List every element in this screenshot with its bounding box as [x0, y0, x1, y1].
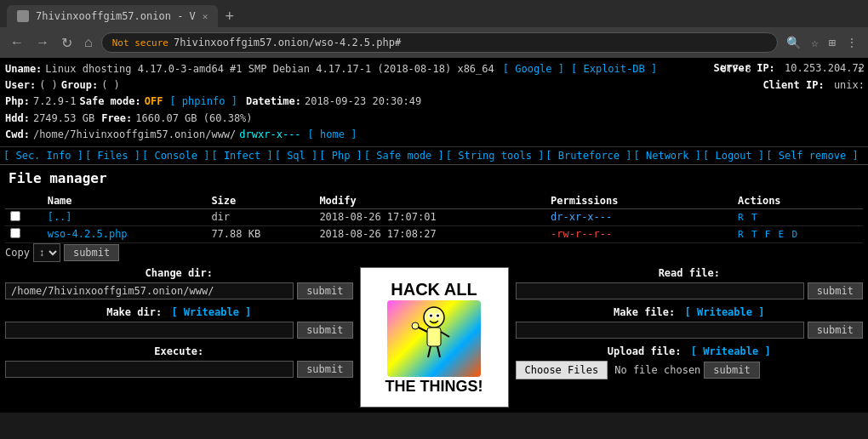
- copy-select[interactable]: ↕: [33, 243, 60, 262]
- nav-console[interactable]: [ Console ]: [142, 150, 209, 162]
- user-label: User:: [5, 77, 36, 94]
- choose-files-button[interactable]: Choose Files: [516, 361, 608, 379]
- read-file-input[interactable]: [516, 282, 804, 299]
- copy-submit-button[interactable]: submit: [64, 244, 119, 261]
- make-file-input[interactable]: [516, 322, 804, 339]
- nav-infect[interactable]: [ Infect ]: [211, 150, 272, 162]
- execute-title: Execute:: [5, 345, 353, 357]
- tab-bar: 7hivinxooffgim57.onion - V ✕ +: [0, 0, 868, 27]
- uname-label: Uname:: [5, 61, 42, 77]
- bottom-section: Change dir: submit Make dir: [ Writeable…: [5, 267, 863, 408]
- file-actions-2: R T F E D: [733, 225, 863, 242]
- execute-submit[interactable]: submit: [297, 361, 352, 378]
- action-r-2[interactable]: R: [738, 229, 744, 240]
- cwd-home-link[interactable]: [ home ]: [308, 127, 357, 143]
- php-label: Php:: [5, 94, 30, 110]
- action-r-1[interactable]: R: [738, 212, 744, 223]
- free-label: Free:: [101, 111, 132, 127]
- user-val: ( ): [39, 77, 58, 94]
- nav-safe-mode[interactable]: [ Safe mode ]: [364, 150, 444, 162]
- make-dir-row: submit: [5, 322, 353, 339]
- reload-button[interactable]: ↻: [58, 33, 76, 53]
- action-f-2[interactable]: F: [765, 229, 771, 240]
- back-button[interactable]: ←: [7, 33, 27, 52]
- phpinfo-link[interactable]: [ phpinfo ]: [169, 94, 237, 110]
- meme-top-text: HACK ALL: [391, 280, 477, 299]
- nav-bruteforce[interactable]: [ Bruteforce ]: [545, 150, 631, 162]
- file-manager: File manager Name Size Modify Permission…: [0, 165, 868, 413]
- nav-self-remove[interactable]: [ Self remove ]: [766, 150, 858, 162]
- nav-network[interactable]: [ Network ]: [634, 150, 701, 162]
- bookmark-icon[interactable]: ☆: [808, 34, 821, 51]
- exploitdb-link[interactable]: [ Exploit-DB ]: [571, 61, 657, 77]
- upload-file-row: Choose Files No file chosen submit: [516, 361, 864, 379]
- col-name: Name: [43, 193, 207, 209]
- row-checkbox-1[interactable]: [10, 211, 20, 221]
- nav-files[interactable]: [ Files ]: [85, 150, 140, 162]
- cwd-row: Cwd: /home/7hivinxooffgim57.onion/www/ d…: [5, 127, 863, 143]
- nav-sql[interactable]: [ Sql ]: [275, 150, 318, 162]
- execute-input[interactable]: [5, 361, 294, 378]
- nav-php[interactable]: [ Php ]: [319, 150, 363, 162]
- change-dir-submit[interactable]: submit: [297, 282, 352, 299]
- copy-label: Copy: [5, 247, 30, 259]
- svg-point-5: [437, 314, 439, 316]
- extensions-icon[interactable]: ⊞: [825, 34, 839, 51]
- make-file-row: submit: [516, 322, 864, 339]
- server-ip-val: 10.253.204.72: [785, 62, 865, 74]
- nav-logout[interactable]: [ Logout ]: [703, 150, 764, 162]
- new-tab-button[interactable]: +: [218, 8, 241, 26]
- make-dir-submit[interactable]: submit: [297, 322, 352, 339]
- svg-line-11: [437, 346, 440, 357]
- file-link-wso[interactable]: wso-4.2.5.php: [48, 228, 128, 240]
- read-file-submit[interactable]: submit: [808, 282, 863, 299]
- execute-row: submit: [5, 361, 353, 378]
- google-link[interactable]: [ Google ]: [503, 61, 564, 77]
- svg-point-4: [430, 314, 432, 316]
- make-file-submit[interactable]: submit: [808, 322, 863, 339]
- nav-sec-info[interactable]: [ Sec. Info ]: [3, 150, 83, 162]
- free-val: 1660.07 GB (60.38%): [135, 111, 252, 127]
- read-file-section: Read file: submit: [516, 267, 864, 299]
- read-file-title: Read file:: [516, 267, 864, 279]
- svg-rect-6: [427, 328, 441, 346]
- action-t-2[interactable]: T: [751, 229, 757, 240]
- file-link-dotdot[interactable]: [..]: [48, 211, 72, 223]
- server-ip-row: Server IP: 10.253.204.72: [714, 60, 865, 77]
- copy-row: Copy ↕ submit: [5, 243, 863, 262]
- menu-icon[interactable]: ⋮: [842, 34, 861, 51]
- left-forms: Change dir: submit Make dir: [ Writeable…: [5, 267, 353, 385]
- row-checkbox-2[interactable]: [10, 228, 20, 238]
- forward-button[interactable]: →: [32, 33, 53, 52]
- client-ip-label: Client IP:: [762, 79, 824, 91]
- action-t-1[interactable]: T: [751, 212, 757, 223]
- svg-point-8: [412, 322, 419, 329]
- nav-string-tools[interactable]: [ String tools ]: [446, 150, 545, 162]
- make-dir-writeable[interactable]: [ Writeable ]: [171, 306, 251, 318]
- file-actions-1: R T: [733, 208, 863, 225]
- upload-file-writeable[interactable]: [ Writeable ]: [691, 345, 771, 357]
- home-button[interactable]: ⌂: [81, 33, 96, 52]
- action-e-2[interactable]: E: [779, 229, 785, 240]
- server-ip-label: Server IP:: [714, 62, 775, 74]
- change-dir-input[interactable]: [5, 282, 294, 299]
- php-row: Php: 7.2.9-1 Safe mode: OFF [ phpinfo ] …: [5, 94, 863, 110]
- make-file-writeable[interactable]: [ Writeable ]: [685, 306, 765, 318]
- action-d-2[interactable]: D: [791, 229, 797, 240]
- hdd-val: 2749.53 GB: [33, 111, 94, 127]
- meme-svg: [400, 305, 468, 373]
- url-display: 7hivinxooffgim57.onion/wso-4.2.5.php#: [174, 37, 401, 48]
- address-bar[interactable]: Not secure 7hivinxooffgim57.onion/wso-4.…: [101, 32, 778, 53]
- file-perms-2: -rw-r--r--: [545, 225, 733, 242]
- tab-close-button[interactable]: ✕: [203, 11, 208, 22]
- file-perms-1: dr-xr-x---: [545, 208, 733, 225]
- meme-image: HACK ALL: [360, 267, 509, 408]
- change-dir-section: Change dir: submit: [5, 267, 353, 299]
- make-dir-input[interactable]: [5, 322, 294, 339]
- upload-file-submit[interactable]: submit: [704, 362, 759, 379]
- search-icon[interactable]: 🔍: [783, 34, 804, 51]
- col-size: Size: [206, 193, 314, 209]
- active-tab[interactable]: 7hivinxooffgim57.onion - V ✕: [7, 5, 218, 27]
- file-size-2: 77.88 KB: [206, 225, 314, 242]
- col-modify: Modify: [314, 193, 545, 209]
